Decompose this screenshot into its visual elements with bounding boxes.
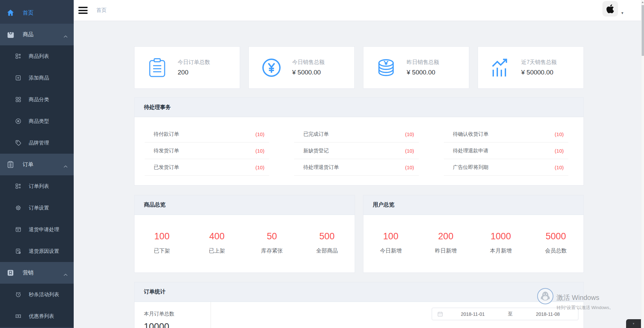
coins-icon [376, 58, 396, 78]
product-submenu: 商品列表 添加商品 商品分类 商品类型 品牌管理 [0, 45, 74, 154]
todo-item[interactable]: 广告位即将到期(10) [444, 159, 569, 176]
sidebar-item-return-apply[interactable]: 退货申请处理 [0, 219, 74, 240]
overview-stat-label: 已上架 [189, 247, 244, 255]
sidebar-item-order-setting[interactable]: 订单设置 [0, 197, 74, 219]
overview-stat-label: 库存紧张 [244, 247, 300, 255]
marketing-submenu: 秒杀活动列表 优惠券列表 [0, 284, 74, 327]
list-icon [15, 183, 22, 190]
scrollbar-thumb[interactable] [642, 5, 644, 56]
stat-card-today-sales: 今日销售总额 ¥ 5000.00 [248, 46, 355, 89]
sidebar-item-label: 退货申请处理 [29, 226, 59, 233]
todo-item-label: 已完成订单 [303, 131, 329, 137]
overview-stat-label: 会员总数 [528, 247, 583, 255]
todo-item[interactable]: 待确认收货订单(10) [444, 126, 569, 143]
sidebar-item-label: 订单列表 [29, 183, 49, 190]
todo-item-label: 广告位即将到期 [453, 164, 488, 171]
product-bag-icon [6, 30, 15, 39]
clipboard-icon [147, 58, 167, 78]
sidebar-item-label: 首页 [23, 9, 33, 17]
stat-card-today-orders: 今日订单总数 200 [134, 46, 240, 89]
corner-widget[interactable]: ▾ [626, 319, 641, 328]
sidebar-item-brand[interactable]: 品牌管理 [0, 132, 74, 154]
product-overview-panel: 商品总览 100已下架 400已上架 50库存紧张 500全部商品 [134, 195, 355, 273]
topbar: 首页 ▼ [74, 0, 644, 21]
scroll-up-arrow-icon[interactable] [642, 1, 644, 3]
sidebar-item-product-type[interactable]: 商品类型 [0, 110, 74, 132]
todo-item[interactable]: 待处理退款申请(10) [444, 143, 569, 159]
sidebar-item-product-list[interactable]: 商品列表 [0, 45, 74, 67]
date-range-picker[interactable]: 2018-11-01 至 2018-11-08 [432, 308, 578, 320]
breadcrumb[interactable]: 首页 [96, 7, 106, 14]
hamburger-menu-icon[interactable] [78, 7, 88, 14]
qq-penguin-icon[interactable] [537, 288, 553, 304]
sidebar-item-product[interactable]: 商品 [0, 24, 74, 45]
caret-down-icon[interactable]: ▼ [621, 11, 624, 15]
date-end-input[interactable]: 2018-11-08 [518, 311, 578, 317]
return-box-icon [15, 226, 22, 233]
overview-stat: 200昨日新增 [418, 231, 473, 255]
todo-item[interactable]: 已发货订单(10) [145, 159, 269, 176]
order-clipboard-icon [6, 160, 15, 169]
sidebar-item-label: 商品 [23, 31, 33, 38]
todo-item-label: 新缺货登记 [303, 148, 329, 154]
sidebar-item-label: 订单 [23, 161, 33, 168]
stat-card-value: ¥ 50000.00 [521, 69, 557, 76]
sidebar-item-order[interactable]: 订单 [0, 154, 74, 175]
list-icon [15, 53, 22, 60]
todo-item[interactable]: 待发货订单(10) [145, 143, 269, 159]
date-start-input[interactable]: 2018-11-01 [443, 311, 503, 317]
user-overview-panel: 用户总览 100今日新增 200昨日新增 1000本月新增 5000会员总数 [363, 195, 584, 273]
todo-item-count: (10) [405, 131, 414, 137]
todo-item-label: 待处理退款申请 [453, 148, 488, 154]
overview-row: 商品总览 100已下架 400已上架 50库存紧张 500全部商品 用户总览 1… [134, 195, 584, 273]
overview-stat: 5000会员总数 [528, 231, 583, 255]
todo-item[interactable]: 待付款订单(10) [145, 126, 269, 143]
alarm-clock-icon [15, 291, 22, 298]
sidebar-item-product-category[interactable]: 商品分类 [0, 89, 74, 110]
marketing-bookmark-icon [6, 268, 15, 277]
todo-item-label: 待处理退货订单 [303, 164, 339, 171]
todo-item-count: (10) [255, 165, 264, 170]
todo-item-count: (10) [555, 131, 564, 137]
sidebar-item-label: 添加商品 [29, 75, 49, 81]
overview-stat: 100今日新增 [363, 231, 419, 255]
sidebar-item-label: 商品分类 [29, 96, 49, 103]
sidebar-item-return-reason[interactable]: 退货原因设置 [0, 240, 74, 262]
sidebar-item-flash-sale[interactable]: 秒杀活动列表 [0, 284, 74, 305]
overview-stat-value: 100 [135, 231, 190, 242]
avatar[interactable] [602, 1, 618, 17]
circle-list-icon [15, 118, 22, 125]
date-separator: 至 [503, 311, 518, 317]
product-overview-title: 商品总览 [135, 195, 355, 215]
stat-card-value: ¥ 5000.00 [407, 69, 439, 76]
sidebar-item-label: 营销 [23, 269, 33, 277]
sidebar-item-product-add[interactable]: 添加商品 [0, 67, 74, 89]
user-overview-title: 用户总览 [363, 195, 583, 215]
trend-chart-icon [491, 58, 510, 78]
todo-item-count: (10) [405, 148, 414, 154]
overview-stat: 100已下架 [135, 231, 190, 255]
overview-stat-label: 全部商品 [300, 247, 355, 255]
overview-stat: 1000本月新增 [473, 231, 528, 255]
overview-stat-value: 5000 [528, 231, 583, 242]
overview-stat: 400已上架 [189, 231, 244, 255]
stat-card-value: 200 [178, 69, 210, 76]
scrollbar[interactable] [641, 0, 644, 328]
todo-item[interactable]: 待处理退货订单(10) [294, 159, 419, 176]
coupon-ticket-icon [15, 313, 22, 320]
home-icon [6, 8, 15, 17]
sidebar-item-label: 优惠券列表 [29, 313, 54, 320]
sidebar-item-label: 品牌管理 [29, 140, 49, 146]
todo-item[interactable]: 新缺货登记(10) [294, 143, 419, 159]
order-stats-title: 订单统计 [135, 282, 583, 302]
sidebar-item-coupon-list[interactable]: 优惠券列表 [0, 305, 74, 327]
stat-card-value: ¥ 5000.00 [292, 69, 325, 76]
overview-stat-value: 1000 [473, 231, 528, 242]
todo-item[interactable]: 已完成订单(10) [294, 126, 419, 143]
main-content: 今日订单总数 200 今日销售总额 ¥ 5000.00 昨日销售总额 [74, 21, 644, 328]
sidebar-item-order-list[interactable]: 订单列表 [0, 175, 74, 197]
sidebar-item-home[interactable]: 首页 [0, 2, 74, 24]
chevron-up-icon [64, 33, 68, 39]
todo-item-label: 已发货订单 [154, 164, 179, 171]
sidebar-item-marketing[interactable]: 营销 [0, 262, 74, 284]
